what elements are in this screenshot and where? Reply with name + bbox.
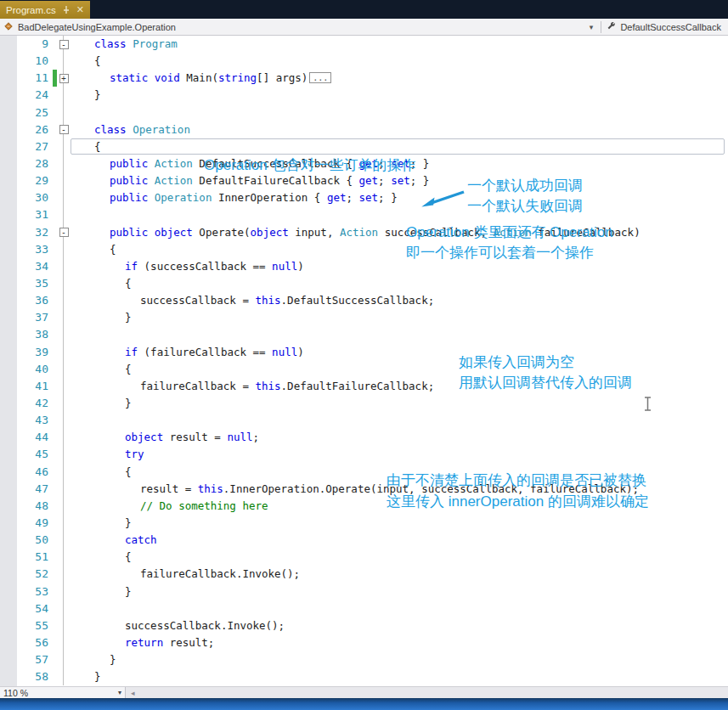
code-line[interactable]: 11+static void Main(string[] args)... [17,70,728,87]
code-line[interactable]: 24} [17,87,728,104]
code-text: if (failureCallback == null) [71,344,304,361]
fold-margin: - [57,121,71,138]
code-editor[interactable]: 9-class Program10{11+static void Main(st… [0,36,728,686]
chevron-down-icon[interactable]: ▾ [586,23,597,31]
code-line[interactable]: 58} [17,668,728,685]
code-text: { [71,138,101,155]
close-icon[interactable]: ✕ [76,5,84,14]
code-line[interactable]: 44object result = null; [17,429,728,446]
code-text [71,104,79,121]
fold-margin [57,138,71,155]
type-name: BadDelegateUsingExample.Operation [18,22,176,32]
code-text: } [71,309,132,326]
line-number: 34 [17,258,53,275]
line-number: 9 [17,36,53,53]
code-text: if (successCallback == null) [71,258,304,275]
line-number: 25 [17,104,53,121]
code-text: } [71,668,101,685]
code-line[interactable]: 30public Operation InnerOperation { get;… [17,189,728,206]
fold-margin [57,326,71,343]
code-text: public Action DefaultFailureCallback { g… [71,172,429,189]
type-dropdown[interactable]: BadDelegateUsingExample.Operation [0,21,586,33]
code-line[interactable]: 41failureCallback = this.DefaultFailureC… [17,378,728,395]
code-text: { [71,549,132,566]
code-line[interactable]: 33{ [17,241,728,258]
fold-toggle[interactable]: + [59,74,69,83]
line-number: 44 [17,429,53,446]
tab-program-cs[interactable]: Program.cs ✕ [0,1,90,19]
code-line[interactable]: 32-public object Operate(object input, A… [17,224,728,241]
line-number: 30 [17,189,53,206]
code-line[interactable]: 10{ [17,53,728,70]
code-line[interactable]: 26-class Operation [17,121,728,138]
pin-icon[interactable] [62,5,71,14]
fold-margin [57,634,71,651]
code-line[interactable]: 42} [17,395,728,412]
code-line[interactable]: 25 [17,104,728,121]
code-text: } [71,583,132,600]
code-line[interactable]: 36successCallback = this.DefaultSuccessC… [17,292,728,309]
separator [601,21,601,33]
fold-margin [57,412,71,429]
code-line[interactable]: 51{ [17,549,728,566]
member-dropdown[interactable]: ▾ DefaultSuccessCallback [586,21,728,33]
code-line[interactable]: 38 [17,326,728,343]
collapsed-region[interactable]: ... [309,72,331,83]
code-line[interactable]: 39if (failureCallback == null) [17,344,728,361]
code-line[interactable]: 37} [17,309,728,326]
line-number: 28 [17,155,53,172]
fold-toggle[interactable]: - [59,40,69,49]
code-line[interactable]: 35{ [17,275,728,292]
code-line[interactable]: 27{ [17,138,728,155]
code-line[interactable]: 47result = this.InnerOperation.Operate(i… [17,481,728,498]
code-line[interactable]: 56return result; [17,634,728,651]
code-text: catch [71,532,157,549]
code-line[interactable]: 45try [17,446,728,463]
fold-toggle[interactable]: - [59,228,69,237]
code-line[interactable]: 31 [17,206,728,223]
breadcrumb: BadDelegateUsingExample.Operation ▾ Defa… [0,19,728,36]
code-text: result = this.InnerOperation.Operate(inp… [71,481,639,498]
code-line[interactable]: 34if (successCallback == null) [17,258,728,275]
fold-margin [57,87,71,104]
code-line[interactable]: 52failureCallback.Invoke(); [17,566,728,583]
code-text: class Operation [71,121,190,138]
fold-margin [57,429,71,446]
line-number: 11 [17,70,53,87]
zoom-control[interactable]: 110 % ▾ [0,687,126,699]
fold-margin [57,446,71,463]
line-number: 50 [17,532,53,549]
zoom-level: 110 % [3,688,28,698]
line-number: 48 [17,498,53,515]
code-text: object result = null; [71,429,259,446]
code-line[interactable]: 54 [17,600,728,617]
member-name: DefaultSuccessCallback [620,22,721,32]
code-line[interactable]: 53} [17,583,728,600]
code-text: { [71,464,132,481]
scroll-left-icon[interactable]: ◂ [126,689,135,697]
code-line[interactable]: 9-class Program [17,36,728,53]
line-number: 41 [17,378,53,395]
code-line[interactable]: 50catch [17,532,728,549]
tab-bar: Program.cs ✕ [0,0,728,19]
code-line[interactable]: 49} [17,515,728,532]
code-line[interactable]: 28public Action DefaultSuccessCallback {… [17,155,728,172]
fold-toggle[interactable]: - [59,125,69,134]
code-line[interactable]: 29public Action DefaultFailureCallback {… [17,172,728,189]
code-line[interactable]: 46{ [17,464,728,481]
fold-margin: - [57,224,71,241]
code-line[interactable]: 57} [17,651,728,668]
code-lines: 9-class Program10{11+static void Main(st… [17,36,728,685]
code-line[interactable]: 48// Do something here [17,498,728,515]
status-bar [0,698,728,710]
fold-margin: + [57,70,71,87]
code-text: } [71,515,132,532]
code-line[interactable]: 43 [17,412,728,429]
line-number: 57 [17,651,53,668]
line-number: 53 [17,583,53,600]
fold-margin [57,53,71,70]
code-line[interactable]: 40{ [17,361,728,378]
fold-margin [57,651,71,668]
code-line[interactable]: 55successCallback.Invoke(); [17,617,728,634]
fold-margin [57,172,71,189]
